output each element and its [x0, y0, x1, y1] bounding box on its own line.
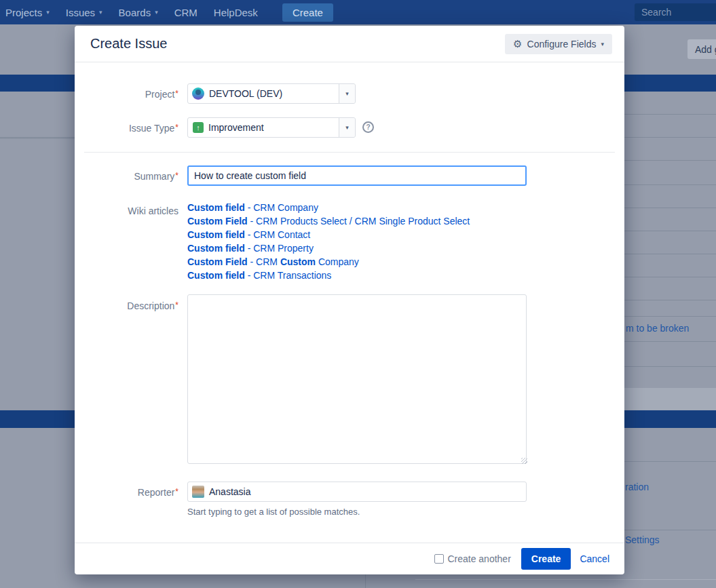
nav-issues[interactable]: Issues ▾	[66, 7, 102, 18]
help-icon[interactable]: ?	[362, 121, 374, 133]
add-gadget-button[interactable]: Add g	[687, 39, 716, 59]
chevron-down-icon: ▾	[46, 9, 50, 16]
wiki-article-link[interactable]: Custom field - CRM Property	[187, 241, 470, 255]
configure-fields-button[interactable]: ⚙ Configure Fields ▾	[505, 34, 612, 54]
reporter-input[interactable]: Anastasia	[187, 482, 527, 502]
project-select[interactable]: DEVTOOL (DEV) ▾	[187, 83, 356, 104]
background-row-divider	[624, 277, 716, 277]
issue-type-value: Improvement	[208, 122, 339, 133]
wiki-article-link[interactable]: Custom field - CRM Company	[187, 201, 470, 214]
background-settings-link[interactable]: Settings	[625, 534, 660, 545]
wiki-article-link[interactable]: Custom Field - CRM Custom Company	[187, 255, 470, 269]
section-divider	[84, 152, 615, 153]
issue-type-label: Issue Type	[75, 123, 178, 134]
issue-type-dropdown-button[interactable]: ▾	[339, 118, 355, 137]
gear-icon: ⚙	[513, 39, 522, 49]
search-input[interactable]	[635, 3, 716, 21]
chevron-down-icon: ▾	[99, 9, 102, 16]
reporter-value: Anastasia	[209, 486, 250, 497]
nav-issues-label: Issues	[66, 7, 95, 18]
chevron-down-icon: ▾	[155, 9, 158, 16]
chevron-down-icon: ▾	[345, 124, 349, 131]
wiki-articles-list: Custom field - CRM CompanyCustom Field -…	[187, 201, 470, 282]
project-dropdown-button[interactable]: ▾	[339, 84, 355, 103]
background-row-divider	[624, 114, 716, 115]
background-configuration-link[interactable]: ration	[625, 482, 649, 492]
resize-grip-icon[interactable]	[521, 458, 527, 464]
dialog-footer: Create another Create Cancel	[75, 543, 624, 574]
top-nav: Projects ▾ Issues ▾ Boards ▾ CRM HelpDes…	[0, 0, 716, 24]
create-issue-dialog: Create Issue ⚙ Configure Fields ▾ Projec…	[75, 26, 624, 574]
background-row-divider	[624, 341, 716, 342]
background-issue-link[interactable]: m to be broken	[626, 323, 689, 334]
description-textarea[interactable]	[187, 294, 527, 464]
nav-helpdesk[interactable]: HelpDesk	[214, 7, 258, 18]
create-another-checkbox[interactable]	[434, 554, 444, 564]
background-row-divider	[624, 461, 716, 462]
background-row-divider	[624, 366, 716, 367]
background-row-divider	[624, 184, 716, 185]
cancel-link[interactable]: Cancel	[580, 553, 609, 564]
background-row-divider	[624, 300, 716, 300]
background-column-divider	[365, 573, 366, 588]
create-another-label: Create another	[447, 553, 510, 564]
nav-crm[interactable]: CRM	[174, 7, 197, 18]
issue-type-select[interactable]: ↑ Improvement ▾	[187, 117, 356, 138]
configure-fields-label: Configure Fields	[527, 39, 597, 50]
project-avatar-icon	[192, 87, 204, 100]
background-row-divider	[624, 254, 716, 254]
background-row-divider	[624, 316, 716, 317]
project-label: Project	[75, 89, 178, 100]
background-row-divider	[415, 579, 716, 580]
nav-helpdesk-label: HelpDesk	[214, 7, 258, 18]
nav-projects[interactable]: Projects ▾	[5, 7, 50, 18]
reporter-avatar	[192, 486, 204, 498]
background-panel-edge	[0, 137, 75, 139]
description-label: Description	[75, 300, 178, 311]
wiki-articles-label: Wiki articles	[75, 205, 178, 216]
dialog-title: Create Issue	[90, 36, 167, 52]
reporter-hint: Start typing to get a list of possible m…	[187, 507, 360, 517]
reporter-label: Reporter	[75, 487, 178, 498]
create-button[interactable]: Create	[521, 548, 571, 570]
project-value: DEVTOOL (DEV)	[209, 88, 339, 99]
chevron-down-icon: ▾	[345, 90, 349, 97]
wiki-article-link[interactable]: Custom field - CRM Transactions	[187, 269, 470, 282]
nav-boards-label: Boards	[119, 7, 151, 18]
summary-input[interactable]	[187, 165, 527, 186]
screen: Projects ▾ Issues ▾ Boards ▾ CRM HelpDes…	[0, 0, 716, 588]
wiki-article-link[interactable]: Custom Field - CRM Products Select / CRM…	[187, 214, 470, 228]
wiki-article-link[interactable]: Custom field - CRM Contact	[187, 228, 470, 241]
improvement-icon: ↑	[193, 122, 204, 133]
nav-projects-label: Projects	[5, 7, 42, 18]
background-row-divider	[624, 530, 716, 530]
background-row-divider	[624, 208, 716, 208]
nav-crm-label: CRM	[174, 7, 197, 18]
background-row-divider	[624, 137, 716, 138]
background-row-highlight	[624, 388, 716, 410]
nav-create-button[interactable]: Create	[282, 3, 333, 22]
background-row-divider	[624, 231, 716, 231]
background-row-divider	[624, 160, 716, 161]
chevron-down-icon: ▾	[601, 41, 604, 47]
nav-boards[interactable]: Boards ▾	[119, 7, 158, 18]
summary-label: Summary	[75, 171, 178, 182]
dialog-header: Create Issue ⚙ Configure Fields ▾	[75, 26, 624, 62]
